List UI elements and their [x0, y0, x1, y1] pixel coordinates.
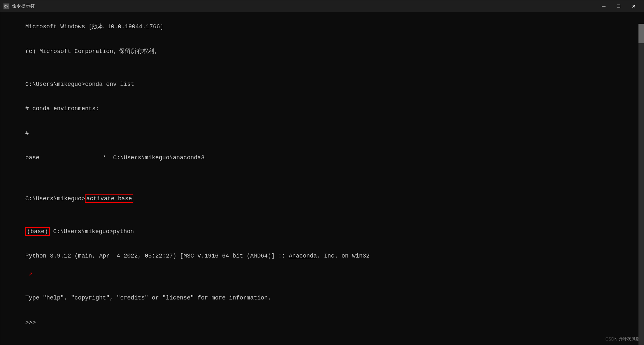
window-title: 命令提示符 [12, 3, 35, 9]
title-bar: C> 命令提示符 ─ □ ✕ [0, 0, 644, 12]
line-activate: C:\Users\mikeguo>activate base [4, 187, 640, 211]
line-1: Microsoft Windows [版本 10.0.19044.1766] [4, 15, 640, 39]
anaconda-link: Anaconda [289, 253, 317, 259]
terminal-body[interactable]: Microsoft Windows [版本 10.0.19044.1766] (… [0, 12, 644, 345]
line-python-version-1: Python 3.9.12 (main, Apr 4 2022, 05:22:2… [4, 244, 640, 286]
window-controls: ─ □ ✕ [596, 0, 641, 12]
line-blank-4 [4, 211, 640, 219]
line-base-python: (base) C:\Users\mikeguo>python [4, 219, 640, 244]
arrow-anaconda: ↗ [29, 270, 33, 277]
line-blank-2 [4, 170, 640, 179]
minimize-button[interactable]: ─ [596, 0, 611, 12]
base-badge-1: (base) [25, 227, 50, 236]
scrollbar-thumb[interactable] [638, 24, 644, 43]
line-base-env: base * C:\Users\mikeguo\anaconda3 [4, 146, 640, 170]
title-bar-left: C> 命令提示符 [3, 3, 35, 9]
line-2: (c) Microsoft Corporation。保留所有权利。 [4, 39, 640, 64]
line-conda-deactivate: (base) C:\Users\mikeguo>conda deactivate [4, 343, 640, 345]
line-conda-env: C:\Users\mikeguo>conda env list [4, 72, 640, 97]
line-blank-3 [4, 179, 640, 187]
watermark: CSDN @叶茯风凰 [605, 336, 640, 342]
line-blank-1 [4, 64, 640, 72]
cmd-window: C> 命令提示符 ─ □ ✕ Microsoft Windows [版本 10.… [0, 0, 644, 345]
svg-text:C>: C> [4, 5, 8, 8]
cmd-icon: C> [3, 3, 9, 9]
activate-base-highlight: activate base [85, 194, 133, 203]
line-prompt-1: >>> [4, 311, 640, 335]
scrollbar[interactable] [638, 24, 644, 345]
line-conda-comment1: # conda environments: [4, 97, 640, 121]
line-type-help-1: Type "help", "copyright", "credits" or "… [4, 286, 640, 311]
line-blank-5 [4, 335, 640, 343]
close-button[interactable]: ✕ [626, 0, 641, 12]
line-conda-comment2: # [4, 121, 640, 146]
maximize-button[interactable]: □ [611, 0, 626, 12]
